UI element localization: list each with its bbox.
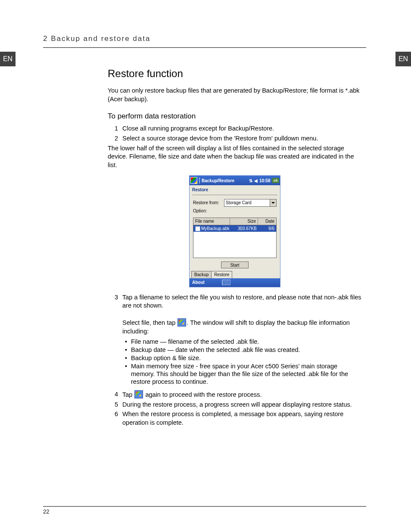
- windows-start-icon: [177, 318, 186, 327]
- step-number: 1: [108, 124, 122, 133]
- step-text: During the restore process, a progress s…: [122, 401, 362, 409]
- step-text: When the restore process is completed, a…: [122, 410, 362, 427]
- bullet-item: File name — filename of the selected .ab…: [122, 338, 362, 345]
- step-number: 6: [108, 410, 122, 427]
- chapter-title: 2 Backup and restore data: [43, 34, 366, 43]
- signal-icon: ⇅: [249, 178, 252, 184]
- column-header-size[interactable]: Size: [230, 218, 258, 225]
- pda-clock: 10:58: [259, 178, 271, 184]
- column-header-filename[interactable]: File name: [193, 218, 230, 225]
- paragraph: The lower half of the screen will displa…: [108, 144, 362, 170]
- section-heading: Restore function: [108, 67, 362, 81]
- pda-title: Backup/Restore: [202, 178, 234, 184]
- step-number: 3: [108, 293, 122, 389]
- start-button[interactable]: Start: [221, 261, 248, 268]
- restore-from-value: Storage Card: [226, 200, 251, 206]
- step-text: Tap: [122, 391, 134, 398]
- subsection-heading: To perform data restoration: [108, 112, 362, 121]
- pda-window: Backup/Restore ⇅ ◀ 10:58 ok Restore Rest…: [189, 175, 280, 287]
- header-rule: [43, 47, 366, 48]
- step-text: Select file, then tap: [122, 319, 177, 326]
- column-header-date[interactable]: Date: [258, 218, 276, 225]
- bullet-item: Main memory free size - free space in yo…: [122, 362, 362, 386]
- step-number: 5: [108, 401, 122, 409]
- chevron-down-icon[interactable]: [270, 199, 276, 206]
- embedded-screenshot: Backup/Restore ⇅ ◀ 10:58 ok Restore Rest…: [108, 175, 362, 287]
- intro-paragraph: You can only restore backup files that a…: [108, 87, 362, 103]
- option-label: Option:: [193, 208, 224, 214]
- restore-from-select[interactable]: Storage Card: [224, 199, 277, 207]
- page-number: 22: [43, 508, 366, 515]
- keyboard-icon[interactable]: [222, 280, 230, 285]
- cell-size: 303.67KB: [231, 225, 258, 232]
- step-number: 4: [108, 390, 122, 399]
- step-text: Close all running programs except for Ba…: [122, 124, 362, 133]
- step-text: Tap a filename to select the file you wi…: [122, 294, 361, 309]
- ok-button[interactable]: ok: [272, 178, 279, 183]
- step-text: again to proceed with the restore proces…: [143, 391, 262, 398]
- windows-flag-icon: [190, 177, 197, 184]
- table-row[interactable]: MyBackup.abk 303.67KB 9/6: [193, 225, 276, 232]
- about-link[interactable]: About: [192, 280, 205, 286]
- step-number: 2: [108, 134, 122, 143]
- restore-from-label: Restore from:: [193, 200, 224, 206]
- footer-rule: [43, 506, 366, 507]
- bullet-item: Backup date — date when the selected .ab…: [122, 346, 362, 354]
- language-tab-left: EN: [0, 52, 16, 66]
- divider: [199, 177, 200, 184]
- pda-subheader: Restore: [190, 185, 280, 194]
- speaker-icon: ◀: [254, 178, 258, 184]
- tab-backup[interactable]: Backup: [191, 271, 212, 278]
- tab-restore[interactable]: Restore: [211, 271, 232, 278]
- bullet-item: Backup option & file size.: [122, 354, 362, 362]
- pda-bottombar: About: [190, 278, 280, 287]
- cell-filename: MyBackup.abk: [201, 226, 230, 232]
- file-icon: [195, 226, 200, 231]
- cell-date: 9/6: [258, 225, 276, 232]
- step-text: Select a source storage device from the …: [122, 134, 362, 143]
- windows-start-icon: [134, 390, 143, 398]
- language-tab-right: EN: [395, 52, 411, 66]
- file-list-table: File name Size Date MyBackup.abk 303.67K…: [193, 218, 277, 258]
- pda-titlebar: Backup/Restore ⇅ ◀ 10:58 ok: [190, 176, 280, 185]
